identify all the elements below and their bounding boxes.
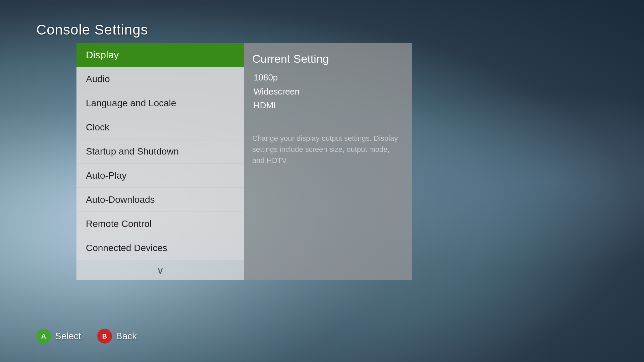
menu-item-label-autodownloads: Auto-Downloads xyxy=(86,194,155,205)
menu-item-devices[interactable]: Connected Devices xyxy=(76,236,244,260)
menu-item-audio[interactable]: Audio xyxy=(76,67,244,91)
menu-item-autodownloads[interactable]: Auto-Downloads xyxy=(76,188,244,212)
menu-item-clock[interactable]: Clock xyxy=(76,115,244,139)
menu-panel: DisplayAudioLanguage and LocaleClockStar… xyxy=(76,43,244,280)
menu-item-autoplay[interactable]: Auto-Play xyxy=(76,164,244,188)
btn-back-icon: B xyxy=(97,329,112,344)
page-title: Console Settings xyxy=(36,22,148,38)
menu-item-display[interactable]: Display xyxy=(76,43,244,67)
setting-value: HDMI xyxy=(254,99,404,113)
controller-btn-back: BBack xyxy=(97,329,137,344)
menu-item-label-startup: Startup and Shutdown xyxy=(86,146,179,157)
setting-value: 1080p xyxy=(254,71,404,85)
setting-value: Widescreen xyxy=(254,85,404,99)
btn-select-icon: A xyxy=(36,329,51,344)
btn-select-label: Select xyxy=(55,331,81,342)
bottom-bar: ASelectBBack xyxy=(36,329,137,344)
menu-item-label-devices: Connected Devices xyxy=(86,243,167,253)
menu-item-label-remote: Remote Control xyxy=(86,219,152,229)
menu-item-label-clock: Clock xyxy=(86,122,109,133)
menu-more-indicator[interactable]: ∨ xyxy=(76,260,244,280)
menu-item-label-display: Display xyxy=(86,49,119,61)
detail-panel: Current Setting 1080pWidescreenHDMI Chan… xyxy=(244,43,412,280)
setting-description: Change your display output settings. Dis… xyxy=(252,133,404,166)
menu-item-label-audio: Audio xyxy=(86,74,110,84)
settings-container: DisplayAudioLanguage and LocaleClockStar… xyxy=(76,43,412,280)
chevron-down-icon: ∨ xyxy=(157,264,164,276)
menu-item-startup[interactable]: Startup and Shutdown xyxy=(76,139,244,164)
menu-item-label-autoplay: Auto-Play xyxy=(86,170,126,181)
menu-item-remote[interactable]: Remote Control xyxy=(76,212,244,236)
current-setting-title: Current Setting xyxy=(252,52,404,65)
menu-item-language[interactable]: Language and Locale xyxy=(76,91,244,115)
menu-item-label-language: Language and Locale xyxy=(86,98,176,109)
controller-btn-select: ASelect xyxy=(36,329,81,344)
btn-back-label: Back xyxy=(116,331,137,342)
